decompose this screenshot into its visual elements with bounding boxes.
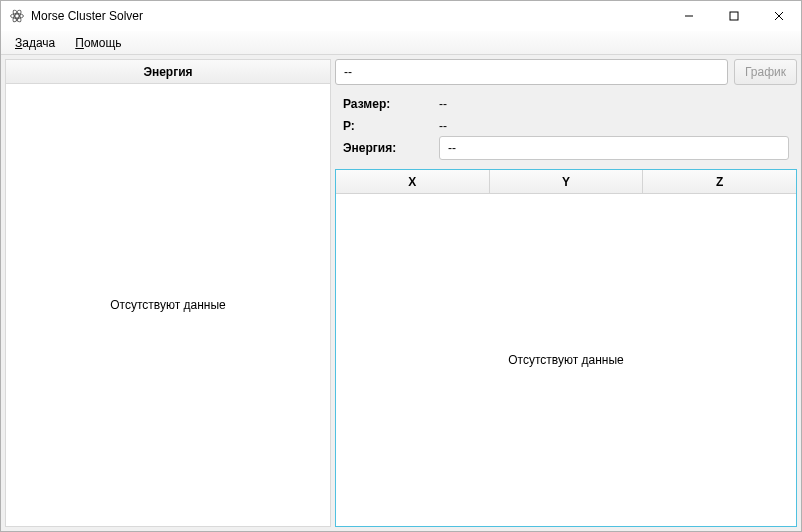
energy-panel: Энергия Отсутствуют данные xyxy=(5,59,331,527)
value-size: -- xyxy=(439,97,789,111)
label-size: Размер: xyxy=(343,97,439,111)
window-controls xyxy=(666,1,801,31)
app-window: Morse Cluster Solver Задача Помощь Энерг… xyxy=(0,0,802,532)
energy-panel-body: Отсутствуют данные xyxy=(6,84,330,526)
close-button[interactable] xyxy=(756,1,801,31)
energy-panel-header: Энергия xyxy=(6,60,330,84)
energy-empty-text: Отсутствуют данные xyxy=(110,298,225,312)
minimize-button[interactable] xyxy=(666,1,711,31)
value-p: -- xyxy=(439,119,789,133)
info-row-p: Р: -- xyxy=(343,115,789,137)
coordinate-empty-text: Отсутствуют данные xyxy=(508,353,623,367)
coordinate-table-header: X Y Z xyxy=(336,170,796,194)
info-block: Размер: -- Р: -- Энергия: xyxy=(335,89,797,165)
label-p: Р: xyxy=(343,119,439,133)
window-title: Morse Cluster Solver xyxy=(31,9,666,23)
details-panel: График Размер: -- Р: -- Энергия: X xyxy=(335,59,797,527)
col-y[interactable]: Y xyxy=(490,170,644,193)
menu-help[interactable]: Помощь xyxy=(65,31,131,54)
main-value-field[interactable] xyxy=(335,59,728,85)
maximize-button[interactable] xyxy=(711,1,756,31)
info-row-energy: Энергия: xyxy=(343,137,789,159)
svg-rect-5 xyxy=(730,12,738,20)
coordinate-table-body: Отсутствуют данные xyxy=(336,194,796,526)
menu-bar: Задача Помощь xyxy=(1,31,801,55)
energy-value-field[interactable] xyxy=(439,136,789,160)
menu-task[interactable]: Задача xyxy=(5,31,65,54)
col-z[interactable]: Z xyxy=(643,170,796,193)
label-energy: Энергия: xyxy=(343,141,439,155)
coordinate-table: X Y Z Отсутствуют данные xyxy=(335,169,797,527)
col-x[interactable]: X xyxy=(336,170,490,193)
plot-button[interactable]: График xyxy=(734,59,797,85)
client-area: Энергия Отсутствуют данные График Размер… xyxy=(1,55,801,531)
app-icon xyxy=(9,8,25,24)
title-bar: Morse Cluster Solver xyxy=(1,1,801,31)
top-row: График xyxy=(335,59,797,85)
info-row-size: Размер: -- xyxy=(343,93,789,115)
svg-point-1 xyxy=(11,14,24,19)
